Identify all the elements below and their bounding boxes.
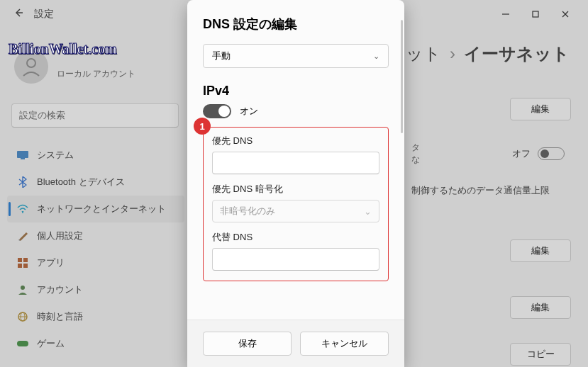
dialog-title: DNS 設定の編集 xyxy=(203,16,389,33)
preferred-dns-encryption-label: 優先 DNS 暗号化 xyxy=(212,183,379,196)
mode-value: 手動 xyxy=(212,50,231,62)
svg-rect-1 xyxy=(533,11,538,17)
highlight-box: 1 優先 DNS 優先 DNS 暗号化 非暗号化のみ ⌄ 代替 DNS xyxy=(203,127,389,281)
alternate-dns-input[interactable] xyxy=(212,248,379,271)
dns-settings-dialog: DNS 設定の編集 手動 ⌄ IPv4 オン 1 優先 DNS 優先 DNS 暗… xyxy=(187,0,404,367)
save-button[interactable]: 保存 xyxy=(203,332,292,356)
watermark-text: BillionWallet.com xyxy=(9,41,117,57)
minimize-button[interactable] xyxy=(493,6,518,23)
ipv4-heading: IPv4 xyxy=(203,84,389,98)
annotation-badge: 1 xyxy=(194,118,211,135)
ipv4-toggle[interactable] xyxy=(203,104,231,118)
close-button[interactable] xyxy=(553,6,578,23)
chevron-down-icon: ⌄ xyxy=(373,52,379,61)
close-icon xyxy=(561,10,570,18)
mode-select[interactable]: 手動 ⌄ xyxy=(203,44,389,68)
cancel-button[interactable]: キャンセル xyxy=(300,332,389,356)
preferred-dns-input[interactable] xyxy=(212,152,379,174)
minimize-icon xyxy=(501,10,510,18)
preferred-dns-encryption-select[interactable]: 非暗号化のみ ⌄ xyxy=(212,200,379,222)
maximize-button[interactable] xyxy=(523,6,548,23)
maximize-icon xyxy=(531,10,540,18)
scrollbar[interactable] xyxy=(401,20,403,133)
alternate-dns-label: 代替 DNS xyxy=(212,231,379,244)
chevron-down-icon: ⌄ xyxy=(364,206,372,217)
encryption-value: 非暗号化のみ xyxy=(220,205,275,218)
preferred-dns-label: 優先 DNS xyxy=(212,135,379,147)
ipv4-toggle-label: オン xyxy=(240,105,258,118)
